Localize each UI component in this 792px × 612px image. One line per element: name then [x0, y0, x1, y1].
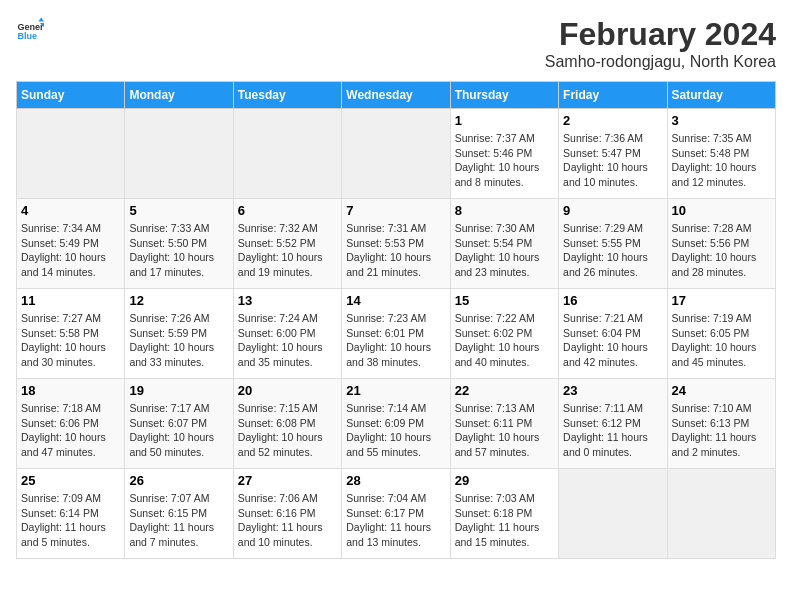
header-row: SundayMondayTuesdayWednesdayThursdayFrid…	[17, 82, 776, 109]
day-number: 14	[346, 293, 445, 308]
day-number: 15	[455, 293, 554, 308]
calendar-cell: 29Sunrise: 7:03 AM Sunset: 6:18 PM Dayli…	[450, 469, 558, 559]
calendar-cell: 26Sunrise: 7:07 AM Sunset: 6:15 PM Dayli…	[125, 469, 233, 559]
cell-content: Sunrise: 7:03 AM Sunset: 6:18 PM Dayligh…	[455, 491, 554, 550]
calendar-cell: 8Sunrise: 7:30 AM Sunset: 5:54 PM Daylig…	[450, 199, 558, 289]
calendar-cell: 21Sunrise: 7:14 AM Sunset: 6:09 PM Dayli…	[342, 379, 450, 469]
day-number: 5	[129, 203, 228, 218]
day-number: 7	[346, 203, 445, 218]
day-number: 28	[346, 473, 445, 488]
calendar-cell	[667, 469, 775, 559]
subtitle: Samho-rodongjagu, North Korea	[545, 53, 776, 71]
cell-content: Sunrise: 7:31 AM Sunset: 5:53 PM Dayligh…	[346, 221, 445, 280]
cell-content: Sunrise: 7:18 AM Sunset: 6:06 PM Dayligh…	[21, 401, 120, 460]
cell-content: Sunrise: 7:30 AM Sunset: 5:54 PM Dayligh…	[455, 221, 554, 280]
day-number: 2	[563, 113, 662, 128]
calendar-table: SundayMondayTuesdayWednesdayThursdayFrid…	[16, 81, 776, 559]
calendar-cell: 13Sunrise: 7:24 AM Sunset: 6:00 PM Dayli…	[233, 289, 341, 379]
calendar-cell	[559, 469, 667, 559]
day-number: 25	[21, 473, 120, 488]
calendar-cell: 10Sunrise: 7:28 AM Sunset: 5:56 PM Dayli…	[667, 199, 775, 289]
calendar-cell	[125, 109, 233, 199]
cell-content: Sunrise: 7:23 AM Sunset: 6:01 PM Dayligh…	[346, 311, 445, 370]
cell-content: Sunrise: 7:35 AM Sunset: 5:48 PM Dayligh…	[672, 131, 771, 190]
calendar-week-row: 1Sunrise: 7:37 AM Sunset: 5:46 PM Daylig…	[17, 109, 776, 199]
day-header: Friday	[559, 82, 667, 109]
day-number: 11	[21, 293, 120, 308]
day-header: Monday	[125, 82, 233, 109]
day-number: 29	[455, 473, 554, 488]
calendar-cell: 16Sunrise: 7:21 AM Sunset: 6:04 PM Dayli…	[559, 289, 667, 379]
cell-content: Sunrise: 7:06 AM Sunset: 6:16 PM Dayligh…	[238, 491, 337, 550]
calendar-cell: 24Sunrise: 7:10 AM Sunset: 6:13 PM Dayli…	[667, 379, 775, 469]
calendar-cell: 23Sunrise: 7:11 AM Sunset: 6:12 PM Dayli…	[559, 379, 667, 469]
svg-text:Blue: Blue	[17, 31, 37, 41]
calendar-cell: 25Sunrise: 7:09 AM Sunset: 6:14 PM Dayli…	[17, 469, 125, 559]
calendar-week-row: 18Sunrise: 7:18 AM Sunset: 6:06 PM Dayli…	[17, 379, 776, 469]
cell-content: Sunrise: 7:26 AM Sunset: 5:59 PM Dayligh…	[129, 311, 228, 370]
title-section: February 2024 Samho-rodongjagu, North Ko…	[545, 16, 776, 71]
cell-content: Sunrise: 7:33 AM Sunset: 5:50 PM Dayligh…	[129, 221, 228, 280]
cell-content: Sunrise: 7:24 AM Sunset: 6:00 PM Dayligh…	[238, 311, 337, 370]
day-number: 16	[563, 293, 662, 308]
day-number: 23	[563, 383, 662, 398]
cell-content: Sunrise: 7:14 AM Sunset: 6:09 PM Dayligh…	[346, 401, 445, 460]
svg-marker-2	[38, 17, 44, 21]
cell-content: Sunrise: 7:22 AM Sunset: 6:02 PM Dayligh…	[455, 311, 554, 370]
calendar-cell: 5Sunrise: 7:33 AM Sunset: 5:50 PM Daylig…	[125, 199, 233, 289]
calendar-cell: 1Sunrise: 7:37 AM Sunset: 5:46 PM Daylig…	[450, 109, 558, 199]
cell-content: Sunrise: 7:36 AM Sunset: 5:47 PM Dayligh…	[563, 131, 662, 190]
cell-content: Sunrise: 7:09 AM Sunset: 6:14 PM Dayligh…	[21, 491, 120, 550]
calendar-week-row: 25Sunrise: 7:09 AM Sunset: 6:14 PM Dayli…	[17, 469, 776, 559]
calendar-cell: 12Sunrise: 7:26 AM Sunset: 5:59 PM Dayli…	[125, 289, 233, 379]
calendar-cell	[17, 109, 125, 199]
calendar-cell: 27Sunrise: 7:06 AM Sunset: 6:16 PM Dayli…	[233, 469, 341, 559]
calendar-week-row: 11Sunrise: 7:27 AM Sunset: 5:58 PM Dayli…	[17, 289, 776, 379]
calendar-cell: 11Sunrise: 7:27 AM Sunset: 5:58 PM Dayli…	[17, 289, 125, 379]
calendar-cell: 28Sunrise: 7:04 AM Sunset: 6:17 PM Dayli…	[342, 469, 450, 559]
day-header: Wednesday	[342, 82, 450, 109]
day-number: 27	[238, 473, 337, 488]
day-number: 10	[672, 203, 771, 218]
calendar-cell: 2Sunrise: 7:36 AM Sunset: 5:47 PM Daylig…	[559, 109, 667, 199]
day-header: Saturday	[667, 82, 775, 109]
day-number: 20	[238, 383, 337, 398]
cell-content: Sunrise: 7:21 AM Sunset: 6:04 PM Dayligh…	[563, 311, 662, 370]
calendar-cell: 22Sunrise: 7:13 AM Sunset: 6:11 PM Dayli…	[450, 379, 558, 469]
cell-content: Sunrise: 7:11 AM Sunset: 6:12 PM Dayligh…	[563, 401, 662, 460]
calendar-cell	[342, 109, 450, 199]
calendar-cell: 6Sunrise: 7:32 AM Sunset: 5:52 PM Daylig…	[233, 199, 341, 289]
calendar-cell: 19Sunrise: 7:17 AM Sunset: 6:07 PM Dayli…	[125, 379, 233, 469]
day-number: 8	[455, 203, 554, 218]
logo-icon: General Blue	[16, 16, 44, 44]
cell-content: Sunrise: 7:28 AM Sunset: 5:56 PM Dayligh…	[672, 221, 771, 280]
cell-content: Sunrise: 7:13 AM Sunset: 6:11 PM Dayligh…	[455, 401, 554, 460]
cell-content: Sunrise: 7:34 AM Sunset: 5:49 PM Dayligh…	[21, 221, 120, 280]
calendar-cell	[233, 109, 341, 199]
cell-content: Sunrise: 7:29 AM Sunset: 5:55 PM Dayligh…	[563, 221, 662, 280]
day-header: Sunday	[17, 82, 125, 109]
calendar-week-row: 4Sunrise: 7:34 AM Sunset: 5:49 PM Daylig…	[17, 199, 776, 289]
calendar-cell: 18Sunrise: 7:18 AM Sunset: 6:06 PM Dayli…	[17, 379, 125, 469]
cell-content: Sunrise: 7:15 AM Sunset: 6:08 PM Dayligh…	[238, 401, 337, 460]
logo: General Blue	[16, 16, 44, 44]
cell-content: Sunrise: 7:19 AM Sunset: 6:05 PM Dayligh…	[672, 311, 771, 370]
day-number: 18	[21, 383, 120, 398]
day-number: 1	[455, 113, 554, 128]
day-number: 26	[129, 473, 228, 488]
day-number: 21	[346, 383, 445, 398]
calendar-cell: 20Sunrise: 7:15 AM Sunset: 6:08 PM Dayli…	[233, 379, 341, 469]
cell-content: Sunrise: 7:37 AM Sunset: 5:46 PM Dayligh…	[455, 131, 554, 190]
day-header: Thursday	[450, 82, 558, 109]
cell-content: Sunrise: 7:04 AM Sunset: 6:17 PM Dayligh…	[346, 491, 445, 550]
calendar-cell: 17Sunrise: 7:19 AM Sunset: 6:05 PM Dayli…	[667, 289, 775, 379]
calendar-cell: 4Sunrise: 7:34 AM Sunset: 5:49 PM Daylig…	[17, 199, 125, 289]
day-number: 9	[563, 203, 662, 218]
day-number: 24	[672, 383, 771, 398]
day-number: 13	[238, 293, 337, 308]
calendar-cell: 15Sunrise: 7:22 AM Sunset: 6:02 PM Dayli…	[450, 289, 558, 379]
day-header: Tuesday	[233, 82, 341, 109]
cell-content: Sunrise: 7:07 AM Sunset: 6:15 PM Dayligh…	[129, 491, 228, 550]
day-number: 12	[129, 293, 228, 308]
day-number: 6	[238, 203, 337, 218]
